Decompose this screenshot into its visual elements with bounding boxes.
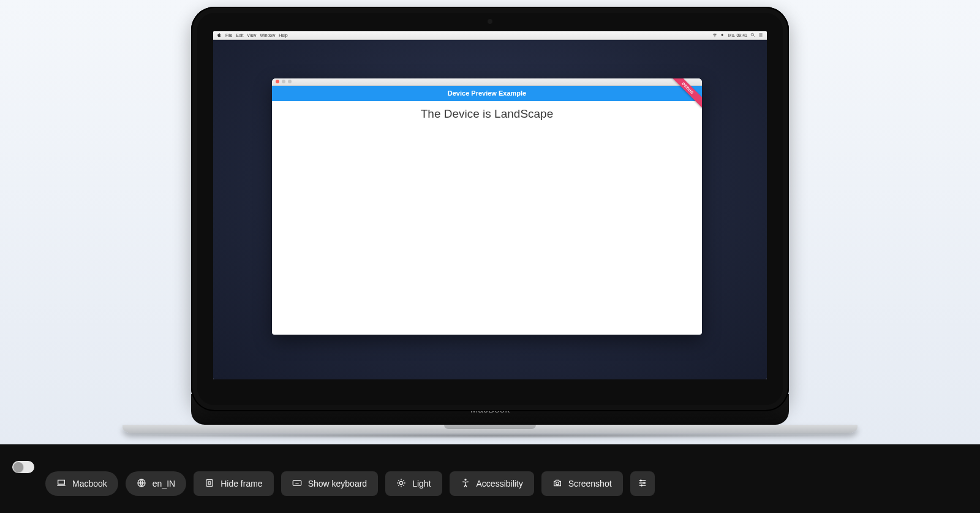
locale-selector-button[interactable]: en_IN <box>126 471 186 496</box>
macbook-frame: File Edit View Window Help Mo. 09:41 <box>123 7 858 438</box>
theme-label: Light <box>412 479 431 488</box>
macbook-shadow <box>123 433 858 438</box>
menubar-clock: Mo. 09:41 <box>728 33 747 37</box>
minimize-icon[interactable] <box>282 80 285 83</box>
zoom-icon[interactable] <box>288 80 292 83</box>
device-preview-toolbar: Macbook en_IN Hide frame Show keyboard L… <box>0 444 980 513</box>
device-selector-label: Macbook <box>72 479 107 488</box>
svg-rect-2 <box>206 479 213 486</box>
close-icon[interactable] <box>276 80 279 83</box>
preview-stage: File Edit View Window Help Mo. 09:41 <box>0 0 980 444</box>
locale-selector-label: en_IN <box>153 479 175 488</box>
svg-rect-3 <box>293 481 301 485</box>
svg-point-6 <box>556 482 559 485</box>
app-bar-title: Device Preview Example <box>448 89 526 97</box>
tune-icon <box>638 478 647 490</box>
preview-toggle[interactable] <box>12 461 34 473</box>
sun-icon <box>396 478 406 490</box>
volume-icon[interactable] <box>720 32 725 37</box>
spotlight-icon[interactable] <box>750 32 755 37</box>
svg-point-9 <box>641 484 643 486</box>
camera-icon <box>552 478 562 490</box>
control-center-icon[interactable] <box>758 32 763 37</box>
app-titlebar[interactable] <box>272 78 702 86</box>
macos-menubar: File Edit View Window Help Mo. 09:41 <box>213 31 767 40</box>
app-bar: Device Preview Example <box>272 86 702 101</box>
device-selector-button[interactable]: Macbook <box>45 471 118 496</box>
orientation-text: The Device is LandScape <box>421 107 554 121</box>
svg-point-5 <box>464 479 466 481</box>
frame-icon <box>205 478 214 490</box>
macbook-base <box>123 425 858 433</box>
app-body: The Device is LandScape <box>272 101 702 127</box>
macbook-screen: File Edit View Window Help Mo. 09:41 <box>213 31 767 379</box>
menubar-item-file[interactable]: File <box>225 33 232 37</box>
settings-button[interactable] <box>630 471 655 496</box>
accessibility-icon <box>461 478 470 490</box>
screenshot-button[interactable]: Screenshot <box>541 471 623 496</box>
theme-button[interactable]: Light <box>385 471 442 496</box>
macbook-lid: File Edit View Window Help Mo. 09:41 <box>191 7 789 411</box>
menubar-item-view[interactable]: View <box>247 33 256 37</box>
svg-point-0 <box>751 33 753 36</box>
accessibility-label: Accessibility <box>477 479 523 488</box>
show-keyboard-label: Show keyboard <box>308 479 368 488</box>
keyboard-icon <box>292 478 302 490</box>
wifi-icon[interactable] <box>712 32 717 37</box>
menubar-item-window[interactable]: Window <box>260 33 275 37</box>
app-window: Device Preview Example The Device is Lan… <box>272 78 702 335</box>
hide-frame-label: Hide frame <box>221 479 262 488</box>
laptop-icon <box>56 478 66 490</box>
svg-point-7 <box>640 479 642 481</box>
svg-point-4 <box>399 481 402 484</box>
hide-frame-button[interactable]: Hide frame <box>194 471 273 496</box>
menubar-item-help[interactable]: Help <box>279 33 287 37</box>
screenshot-label: Screenshot <box>568 479 612 488</box>
globe-icon <box>137 478 146 490</box>
macos-desktop: Device Preview Example The Device is Lan… <box>213 40 767 379</box>
svg-point-8 <box>643 482 645 484</box>
apple-icon[interactable] <box>217 32 222 37</box>
accessibility-button[interactable]: Accessibility <box>450 471 534 496</box>
menubar-item-edit[interactable]: Edit <box>236 33 243 37</box>
show-keyboard-button[interactable]: Show keyboard <box>281 471 379 496</box>
